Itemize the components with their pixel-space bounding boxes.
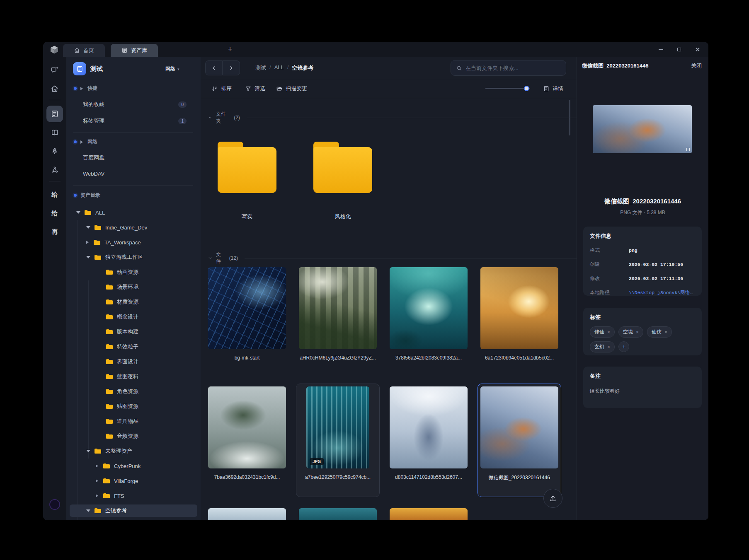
maximize-button[interactable]: [674, 44, 684, 54]
info-value: 2026-02-02 17:11:36: [629, 276, 683, 281]
library-header[interactable]: 测试 网络 ▾: [66, 57, 201, 81]
section-quick[interactable]: 快捷: [74, 85, 97, 92]
rail-item-shortcut-2[interactable]: 给: [43, 210, 66, 217]
file-card[interactable]: 7bae3692da032431bc1fc9d...: [205, 384, 289, 497]
filter-button[interactable]: 筛选: [245, 82, 265, 95]
user-avatar[interactable]: [49, 499, 60, 510]
rail-item-docs[interactable]: [46, 124, 63, 141]
chevron-right-icon[interactable]: [96, 479, 100, 483]
rail-item-launcher[interactable]: [46, 143, 63, 159]
tree-item-未整理资产[interactable]: 未整理资产: [66, 444, 201, 459]
section-directory[interactable]: 资产目录: [74, 192, 100, 199]
remove-tag-icon[interactable]: ×: [664, 329, 667, 335]
slider-knob[interactable]: [524, 86, 529, 91]
file-card[interactable]: d803c1147102d8b553d2607...: [387, 384, 470, 497]
remove-tag-icon[interactable]: ×: [636, 329, 639, 335]
sidebar-item-baidu-netdisk[interactable]: 百度网盘: [83, 154, 187, 162]
chevron-down-icon[interactable]: [86, 509, 90, 514]
breadcrumb-item[interactable]: 测试: [255, 64, 266, 72]
chevron-right-icon[interactable]: [96, 464, 100, 468]
expand-icon[interactable]: [686, 148, 690, 151]
tree-item-TA_Workspace[interactable]: TA_Workspace: [66, 235, 201, 250]
tag-chip-玄幻[interactable]: 玄幻×: [590, 341, 615, 352]
chevron-down-icon[interactable]: [86, 226, 90, 231]
new-tab-button[interactable]: +: [225, 44, 235, 54]
tree-item-Indie_Game_Dev[interactable]: Indie_Game_Dev: [66, 220, 201, 235]
scan-changes-button[interactable]: 扫描变更: [276, 82, 307, 95]
library-mode-dropdown[interactable]: 网络 ▾: [165, 65, 179, 72]
local-path-link[interactable]: \\Desktop-j8nonvk\网络质资产库\...: [629, 290, 695, 296]
file-card[interactable]: [387, 505, 470, 520]
tree-item-ALL[interactable]: ALL: [66, 205, 201, 220]
remove-tag-icon[interactable]: ×: [607, 329, 610, 335]
tree-item-蓝图逻辑[interactable]: 蓝图逻辑: [66, 369, 201, 384]
chevron-right-icon[interactable]: [96, 494, 100, 497]
rail-item-network-share[interactable]: [46, 162, 63, 178]
tree-item-FTS[interactable]: FTS: [66, 488, 201, 503]
file-card[interactable]: [296, 505, 380, 520]
files-section-header[interactable]: 文件 (12): [208, 251, 577, 265]
thumbnail-zoom-slider[interactable]: [485, 88, 530, 89]
chevron-down-icon[interactable]: [86, 256, 90, 261]
minimize-button[interactable]: [655, 44, 666, 54]
tree-item-材质资源[interactable]: 材质资源: [66, 294, 201, 309]
tree-item-贴图资源[interactable]: 贴图资源: [66, 399, 201, 414]
file-card[interactable]: [205, 505, 289, 520]
file-card[interactable]: 6a1723f0b94e051da1db5c02...: [478, 264, 561, 365]
sidebar-item-favorites[interactable]: 我的收藏 0: [83, 101, 187, 108]
chevron-right-icon[interactable]: [86, 241, 90, 244]
rail-item-feedback[interactable]: [46, 62, 63, 78]
sidebar-item-webdav[interactable]: WebDAV: [83, 171, 187, 177]
tree-item-场景环境[interactable]: 场景环境: [66, 280, 201, 294]
tab-library[interactable]: 资产库: [111, 44, 158, 57]
upload-button[interactable]: [543, 489, 562, 508]
file-card[interactable]: 微信截图_20220320161446: [478, 384, 561, 497]
file-thumbnail: [480, 267, 558, 349]
tag-chip-修仙[interactable]: 修仙×: [590, 326, 615, 338]
tree-item-独立游戏工作区[interactable]: 独立游戏工作区: [66, 250, 201, 265]
tree-item-界面设计[interactable]: 界面设计: [66, 354, 201, 369]
file-card[interactable]: aHR0cHM6Ly9jZG4uZGlzY29yZ...: [296, 264, 380, 365]
breadcrumb-item[interactable]: 空镜参考: [292, 64, 313, 72]
tree-item-CyberPunk[interactable]: CyberPunk: [66, 459, 201, 473]
chevron-down-icon[interactable]: [86, 450, 90, 454]
rail-item-home[interactable]: [46, 80, 63, 97]
sort-button[interactable]: 排序: [211, 82, 232, 95]
rail-item-shortcut-1[interactable]: 给: [43, 191, 66, 199]
detail-toggle-button[interactable]: 详情: [543, 82, 563, 95]
folder-tile-写实[interactable]: 写实: [205, 127, 289, 220]
sidebar-item-tag-manager[interactable]: 标签管理 1: [83, 117, 187, 125]
file-preview[interactable]: [593, 105, 692, 153]
tree-item-角色资源[interactable]: 角色资源: [66, 384, 201, 399]
tree-item-版本构建[interactable]: 版本构建: [66, 324, 201, 339]
tab-home[interactable]: 首页: [63, 44, 105, 57]
rail-item-library[interactable]: [46, 106, 63, 122]
tree-item-道具物品[interactable]: 道具物品: [66, 414, 201, 429]
section-network[interactable]: 网络: [74, 138, 97, 145]
tree-item-动画资源[interactable]: 动画资源: [66, 265, 201, 280]
tree-item-特效粒子[interactable]: 特效粒子: [66, 339, 201, 354]
chevron-down-icon[interactable]: [76, 211, 80, 216]
file-card[interactable]: JPGa7bee129250f79c59c974cb...: [296, 384, 380, 497]
close-window-button[interactable]: [692, 44, 703, 54]
file-card[interactable]: bg-mk-start: [205, 264, 289, 365]
add-tag-button[interactable]: +: [618, 341, 629, 352]
tree-item-VillaForge[interactable]: VillaForge: [66, 473, 201, 488]
back-button[interactable]: [205, 60, 223, 75]
search-input[interactable]: [465, 65, 561, 71]
rail-item-shortcut-3[interactable]: 再: [43, 228, 66, 236]
tags-title: 标签: [590, 314, 695, 321]
tree-item-空镜参考[interactable]: 空镜参考: [66, 503, 201, 518]
breadcrumb-item[interactable]: ALL: [274, 64, 284, 72]
close-detail-button[interactable]: 关闭: [691, 62, 702, 70]
folder-tile-风格化[interactable]: 风格化: [301, 127, 385, 220]
tag-chip-仙侠[interactable]: 仙侠×: [647, 326, 672, 338]
remove-tag-icon[interactable]: ×: [607, 344, 610, 350]
tree-item-概念设计[interactable]: 概念设计: [66, 309, 201, 324]
file-card[interactable]: 378f56a242bf2083e09f382a...: [387, 264, 470, 365]
tag-chip-空境[interactable]: 空境×: [618, 326, 643, 338]
tree-item-音频资源[interactable]: 音频资源: [66, 429, 201, 444]
forward-button[interactable]: [223, 60, 240, 75]
folders-section-header[interactable]: 文件夹 (2): [208, 111, 577, 125]
search-box[interactable]: [451, 60, 566, 76]
